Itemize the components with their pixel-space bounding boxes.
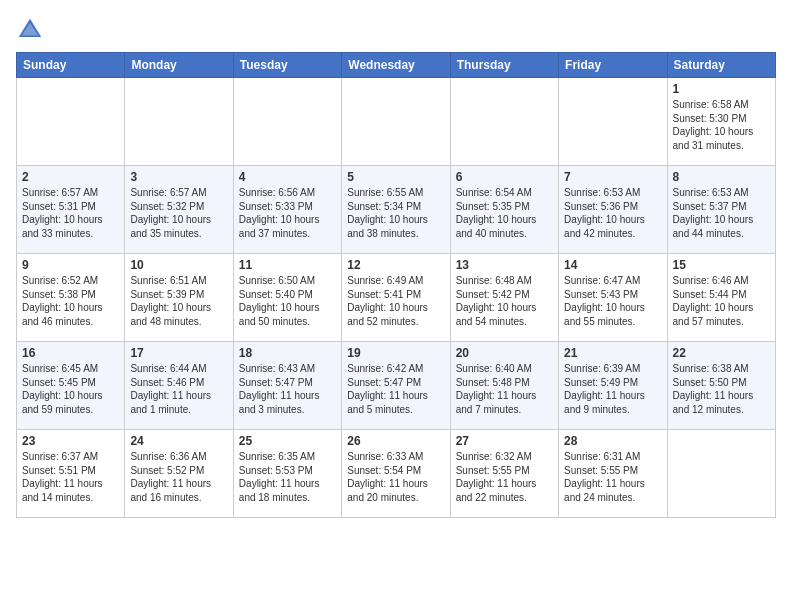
day-info: Sunrise: 6:31 AM Sunset: 5:55 PM Dayligh… [564,450,661,504]
day-number: 14 [564,258,661,272]
day-number: 1 [673,82,770,96]
day-info: Sunrise: 6:50 AM Sunset: 5:40 PM Dayligh… [239,274,336,328]
day-header-wednesday: Wednesday [342,53,450,78]
calendar-cell: 14Sunrise: 6:47 AM Sunset: 5:43 PM Dayli… [559,254,667,342]
day-info: Sunrise: 6:55 AM Sunset: 5:34 PM Dayligh… [347,186,444,240]
page-header [16,16,776,44]
day-info: Sunrise: 6:36 AM Sunset: 5:52 PM Dayligh… [130,450,227,504]
day-info: Sunrise: 6:37 AM Sunset: 5:51 PM Dayligh… [22,450,119,504]
calendar-cell: 18Sunrise: 6:43 AM Sunset: 5:47 PM Dayli… [233,342,341,430]
day-header-tuesday: Tuesday [233,53,341,78]
day-info: Sunrise: 6:43 AM Sunset: 5:47 PM Dayligh… [239,362,336,416]
calendar-cell: 22Sunrise: 6:38 AM Sunset: 5:50 PM Dayli… [667,342,775,430]
day-number: 11 [239,258,336,272]
calendar-cell [342,78,450,166]
day-number: 24 [130,434,227,448]
day-number: 8 [673,170,770,184]
calendar-cell: 3Sunrise: 6:57 AM Sunset: 5:32 PM Daylig… [125,166,233,254]
day-number: 22 [673,346,770,360]
day-info: Sunrise: 6:58 AM Sunset: 5:30 PM Dayligh… [673,98,770,152]
calendar-cell [233,78,341,166]
day-info: Sunrise: 6:53 AM Sunset: 5:37 PM Dayligh… [673,186,770,240]
day-number: 12 [347,258,444,272]
day-info: Sunrise: 6:44 AM Sunset: 5:46 PM Dayligh… [130,362,227,416]
day-number: 9 [22,258,119,272]
day-number: 5 [347,170,444,184]
day-number: 2 [22,170,119,184]
calendar-cell: 17Sunrise: 6:44 AM Sunset: 5:46 PM Dayli… [125,342,233,430]
day-number: 21 [564,346,661,360]
day-number: 3 [130,170,227,184]
day-number: 19 [347,346,444,360]
day-header-monday: Monday [125,53,233,78]
day-info: Sunrise: 6:40 AM Sunset: 5:48 PM Dayligh… [456,362,553,416]
day-number: 20 [456,346,553,360]
calendar-week-row: 23Sunrise: 6:37 AM Sunset: 5:51 PM Dayli… [17,430,776,518]
calendar-cell: 6Sunrise: 6:54 AM Sunset: 5:35 PM Daylig… [450,166,558,254]
calendar-cell: 19Sunrise: 6:42 AM Sunset: 5:47 PM Dayli… [342,342,450,430]
day-info: Sunrise: 6:54 AM Sunset: 5:35 PM Dayligh… [456,186,553,240]
day-info: Sunrise: 6:56 AM Sunset: 5:33 PM Dayligh… [239,186,336,240]
calendar-cell [125,78,233,166]
calendar-cell: 26Sunrise: 6:33 AM Sunset: 5:54 PM Dayli… [342,430,450,518]
calendar-table: SundayMondayTuesdayWednesdayThursdayFrid… [16,52,776,518]
day-header-friday: Friday [559,53,667,78]
day-info: Sunrise: 6:45 AM Sunset: 5:45 PM Dayligh… [22,362,119,416]
calendar-week-row: 2Sunrise: 6:57 AM Sunset: 5:31 PM Daylig… [17,166,776,254]
calendar-week-row: 9Sunrise: 6:52 AM Sunset: 5:38 PM Daylig… [17,254,776,342]
calendar-cell [17,78,125,166]
day-number: 28 [564,434,661,448]
day-info: Sunrise: 6:46 AM Sunset: 5:44 PM Dayligh… [673,274,770,328]
day-number: 7 [564,170,661,184]
calendar-week-row: 16Sunrise: 6:45 AM Sunset: 5:45 PM Dayli… [17,342,776,430]
day-info: Sunrise: 6:48 AM Sunset: 5:42 PM Dayligh… [456,274,553,328]
day-info: Sunrise: 6:57 AM Sunset: 5:31 PM Dayligh… [22,186,119,240]
day-info: Sunrise: 6:57 AM Sunset: 5:32 PM Dayligh… [130,186,227,240]
calendar-cell: 1Sunrise: 6:58 AM Sunset: 5:30 PM Daylig… [667,78,775,166]
day-info: Sunrise: 6:35 AM Sunset: 5:53 PM Dayligh… [239,450,336,504]
day-header-saturday: Saturday [667,53,775,78]
day-number: 15 [673,258,770,272]
calendar-cell: 25Sunrise: 6:35 AM Sunset: 5:53 PM Dayli… [233,430,341,518]
calendar-cell [559,78,667,166]
calendar-cell [450,78,558,166]
day-info: Sunrise: 6:39 AM Sunset: 5:49 PM Dayligh… [564,362,661,416]
calendar-cell: 8Sunrise: 6:53 AM Sunset: 5:37 PM Daylig… [667,166,775,254]
day-info: Sunrise: 6:33 AM Sunset: 5:54 PM Dayligh… [347,450,444,504]
calendar-cell: 20Sunrise: 6:40 AM Sunset: 5:48 PM Dayli… [450,342,558,430]
calendar-cell: 16Sunrise: 6:45 AM Sunset: 5:45 PM Dayli… [17,342,125,430]
day-number: 10 [130,258,227,272]
calendar-cell: 12Sunrise: 6:49 AM Sunset: 5:41 PM Dayli… [342,254,450,342]
calendar-cell: 10Sunrise: 6:51 AM Sunset: 5:39 PM Dayli… [125,254,233,342]
day-number: 4 [239,170,336,184]
calendar-cell: 2Sunrise: 6:57 AM Sunset: 5:31 PM Daylig… [17,166,125,254]
day-number: 25 [239,434,336,448]
calendar-cell: 28Sunrise: 6:31 AM Sunset: 5:55 PM Dayli… [559,430,667,518]
day-info: Sunrise: 6:52 AM Sunset: 5:38 PM Dayligh… [22,274,119,328]
day-header-sunday: Sunday [17,53,125,78]
day-info: Sunrise: 6:53 AM Sunset: 5:36 PM Dayligh… [564,186,661,240]
day-number: 6 [456,170,553,184]
calendar-cell: 21Sunrise: 6:39 AM Sunset: 5:49 PM Dayli… [559,342,667,430]
logo-icon [16,16,44,44]
calendar-cell: 13Sunrise: 6:48 AM Sunset: 5:42 PM Dayli… [450,254,558,342]
day-number: 17 [130,346,227,360]
calendar-cell: 24Sunrise: 6:36 AM Sunset: 5:52 PM Dayli… [125,430,233,518]
day-info: Sunrise: 6:32 AM Sunset: 5:55 PM Dayligh… [456,450,553,504]
calendar-header-row: SundayMondayTuesdayWednesdayThursdayFrid… [17,53,776,78]
day-number: 16 [22,346,119,360]
calendar-cell: 9Sunrise: 6:52 AM Sunset: 5:38 PM Daylig… [17,254,125,342]
day-number: 23 [22,434,119,448]
logo [16,16,48,44]
day-number: 26 [347,434,444,448]
day-info: Sunrise: 6:51 AM Sunset: 5:39 PM Dayligh… [130,274,227,328]
calendar-cell: 27Sunrise: 6:32 AM Sunset: 5:55 PM Dayli… [450,430,558,518]
day-number: 18 [239,346,336,360]
day-info: Sunrise: 6:47 AM Sunset: 5:43 PM Dayligh… [564,274,661,328]
calendar-cell: 23Sunrise: 6:37 AM Sunset: 5:51 PM Dayli… [17,430,125,518]
calendar-cell: 5Sunrise: 6:55 AM Sunset: 5:34 PM Daylig… [342,166,450,254]
calendar-cell: 15Sunrise: 6:46 AM Sunset: 5:44 PM Dayli… [667,254,775,342]
calendar-cell: 7Sunrise: 6:53 AM Sunset: 5:36 PM Daylig… [559,166,667,254]
day-info: Sunrise: 6:38 AM Sunset: 5:50 PM Dayligh… [673,362,770,416]
calendar-week-row: 1Sunrise: 6:58 AM Sunset: 5:30 PM Daylig… [17,78,776,166]
